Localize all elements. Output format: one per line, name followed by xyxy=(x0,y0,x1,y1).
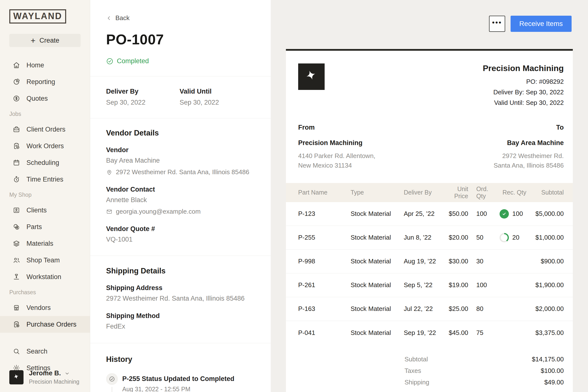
sidebar-item-home[interactable]: Home xyxy=(0,57,90,74)
cell-ord-qty: 75 xyxy=(468,329,496,337)
sidebar-item-parts[interactable]: Parts xyxy=(0,218,90,235)
table-row: P-163 Stock Material Jul 22, ’22 $25.00 … xyxy=(286,297,573,321)
back-button[interactable]: Back xyxy=(106,0,255,22)
shipping-row: Shipping $49.00 xyxy=(298,376,564,388)
receive-items-button[interactable]: Receive Items xyxy=(510,16,572,32)
sidebar-item-shop-team[interactable]: Shop Team xyxy=(0,252,90,268)
user-menu[interactable]: Jerome B. Precision Machining xyxy=(9,370,80,385)
coins-icon xyxy=(13,223,20,230)
wayland-logo: WAYLAND xyxy=(9,9,66,24)
total-label: Taxes xyxy=(404,367,502,374)
sidebar-item-label: Client Orders xyxy=(26,126,66,133)
shipping-address-label: Shipping Address xyxy=(106,284,255,292)
briefcase-icon xyxy=(13,126,20,133)
total-value: $49.00 xyxy=(502,378,564,386)
more-actions-button[interactable]: ••• xyxy=(489,16,505,32)
sparkle-icon xyxy=(12,374,20,381)
create-button[interactable]: + Create xyxy=(9,34,80,47)
sidebar-item-scheduling[interactable]: Scheduling xyxy=(0,154,90,171)
machine-icon xyxy=(13,273,20,280)
history-event-title: P-255 Status Updated to Completed xyxy=(122,375,234,383)
valid-until-field: Valid Until Sep 30, 2022 xyxy=(180,88,253,106)
sidebar-item-search[interactable]: Search xyxy=(0,343,90,360)
table-row: P-998 Stock Material Aug 19, ’22 $30.00 … xyxy=(286,250,573,274)
from-label: From xyxy=(298,124,375,131)
document-company-name: Precision Machining xyxy=(483,64,564,73)
map-pin-icon xyxy=(106,169,112,176)
avatar xyxy=(9,370,24,384)
cell-type: Stock Material xyxy=(350,210,404,218)
po-header-section: Back PO-1007 Completed xyxy=(90,0,271,76)
sidebar-item-materials[interactable]: Materials xyxy=(0,235,90,252)
table-row: P-261 Stock Material Sep 5, ’22 $19.00 1… xyxy=(286,274,573,297)
vendor-quote-value: VQ-1001 xyxy=(106,236,255,243)
sidebar: WAYLAND + Create Home Reporting Quotes J… xyxy=(0,0,90,392)
clipboard-check-icon xyxy=(13,142,20,150)
sidebar-item-clients[interactable]: Clients xyxy=(0,202,90,218)
history-section: History P-255 Status Updated to Complete… xyxy=(90,343,271,392)
vendor-address: 2972 Westheimer Rd. Santa Ana, Illinois … xyxy=(116,168,249,176)
cell-unit-price: $19.00 xyxy=(443,281,468,289)
cell-unit-price: $50.00 xyxy=(443,210,468,218)
sidebar-item-work-orders[interactable]: Work Orders xyxy=(0,138,90,154)
stopwatch-icon xyxy=(13,176,20,183)
people-icon xyxy=(13,256,20,264)
column-header: Unit Price xyxy=(443,186,468,200)
cell-subtotal: $1,000.00 xyxy=(528,234,573,241)
pie-chart-icon xyxy=(13,78,20,86)
received-complete-icon xyxy=(500,209,509,218)
table-row: P-255 Stock Material Jun 8, ’22 $20.00 5… xyxy=(286,226,573,250)
cell-part-name: P-041 xyxy=(286,329,350,337)
calendar-icon xyxy=(13,159,20,166)
sidebar-item-quotes[interactable]: Quotes xyxy=(0,90,90,107)
sidebar-item-label: Parts xyxy=(26,223,42,231)
sidebar-item-client-orders[interactable]: Client Orders xyxy=(0,121,90,138)
cell-type: Stock Material xyxy=(350,305,404,312)
cell-subtotal: $2,000.00 xyxy=(528,305,573,312)
cell-part-name: P-261 xyxy=(286,281,350,289)
sidebar-item-vendors[interactable]: Vendors xyxy=(0,300,90,316)
document-pane: ••• Receive Items Precision Machining PO… xyxy=(271,0,588,392)
cell-deliver-by: Apr 25, ’22 xyxy=(404,210,443,218)
document-po-number: PO: #098292 xyxy=(483,76,564,87)
storefront-icon xyxy=(13,304,20,312)
sidebar-item-reporting[interactable]: Reporting xyxy=(0,74,90,90)
section-heading: Vendor Details xyxy=(106,128,255,138)
deliver-by-field: Deliver By Sep 30, 2022 xyxy=(106,88,180,106)
po-dates-section: Deliver By Sep 30, 2022 Valid Until Sep … xyxy=(90,76,271,118)
sidebar-item-workstation[interactable]: Workstation xyxy=(0,268,90,285)
totals-block: Subtotal $14,175.00 Taxes $100.00 Shippi… xyxy=(298,354,564,392)
sidebar-item-label: Vendors xyxy=(26,304,51,312)
layers-icon xyxy=(13,240,20,247)
column-header: Part Name xyxy=(286,189,350,196)
sidebar-section-jobs: Jobs xyxy=(0,107,90,121)
cell-type: Stock Material xyxy=(350,329,404,337)
document-valid-until: Valid Until: Sep 30, 2022 xyxy=(483,98,564,108)
history-event: P-255 Status Updated to Completed Aug 31… xyxy=(106,373,255,392)
sidebar-item-label: Time Entries xyxy=(26,176,64,183)
to-address-line: 2972 Westheimer Rd. xyxy=(494,151,564,161)
sidebar-section-purchases: Purchases xyxy=(0,285,90,300)
vendor-contact-email: georgia.young@example.com xyxy=(116,208,201,215)
line-items-table: Part Name Type Deliver By Unit Price Ord… xyxy=(286,183,573,345)
check-circle-icon xyxy=(106,58,114,65)
id-card-icon xyxy=(13,206,20,214)
vendor-contact-name: Annette Black xyxy=(106,196,255,204)
taxes-row: Taxes $100.00 xyxy=(298,365,564,376)
received-partial-icon xyxy=(500,233,509,242)
vendor-details-section: Vendor Details Vendor Bay Area Machine 2… xyxy=(90,118,271,256)
user-name: Jerome B. xyxy=(29,370,61,377)
cell-ord-qty: 80 xyxy=(468,305,496,312)
table-row: P-041 Stock Material Sep 19, ’22 $45.00 … xyxy=(286,321,573,345)
dollar-circle-icon xyxy=(13,95,20,102)
chevron-down-icon xyxy=(64,371,70,376)
cell-unit-price: $45.00 xyxy=(443,329,468,337)
cell-unit-price: $20.00 xyxy=(443,234,468,241)
to-label: To xyxy=(494,124,564,131)
vendor-quote-label: Vendor Quote # xyxy=(106,225,255,233)
sidebar-item-label: Workstation xyxy=(26,273,61,281)
cell-deliver-by: Aug 19, ’22 xyxy=(404,258,443,265)
sidebar-item-time-entries[interactable]: Time Entries xyxy=(0,171,90,188)
sidebar-item-label: Quotes xyxy=(26,95,48,102)
sidebar-item-purchase-orders[interactable]: Purchase Orders xyxy=(0,316,90,333)
